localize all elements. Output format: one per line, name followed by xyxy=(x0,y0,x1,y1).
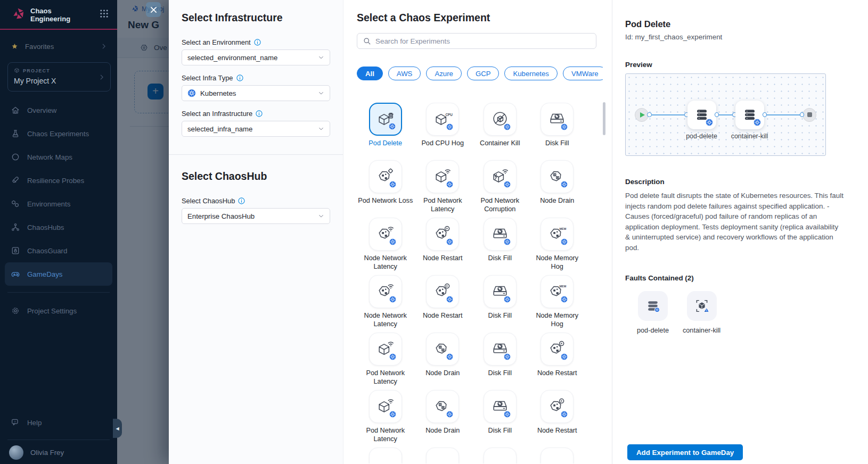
experiment-search[interactable] xyxy=(357,33,596,49)
experiment-card-disk-fill[interactable]: Disk Fill xyxy=(471,218,529,275)
sidebar-item-help[interactable]: ? Help xyxy=(0,411,117,434)
experiment-card-box[interactable] xyxy=(484,160,517,193)
experiment-card-node-drain[interactable]: Node Drain xyxy=(414,390,472,448)
experiment-card-box[interactable] xyxy=(541,390,574,423)
experiment-card-node-drain[interactable]: Node Drain xyxy=(529,160,586,218)
filter-pill-all[interactable]: All xyxy=(357,67,383,80)
scrollbar-thumb[interactable] xyxy=(603,102,605,135)
pipeline-node-container-kill[interactable]: container-kill xyxy=(735,101,764,129)
info-icon[interactable] xyxy=(238,197,245,204)
fault-item-container-kill[interactable]: container-kill xyxy=(683,291,720,334)
experiment-card-node-restart[interactable]: Node Restart xyxy=(529,333,586,390)
kubernetes-badge-icon xyxy=(389,180,396,187)
experiment-card-box[interactable]: CPU xyxy=(426,103,459,136)
experiment-card[interactable] xyxy=(414,448,472,463)
experiment-card-box[interactable] xyxy=(369,390,402,423)
experiment-card-pod-cpu-hog[interactable]: CPUPod CPU Hog xyxy=(414,103,472,160)
experiment-card-box[interactable] xyxy=(541,103,574,136)
experiment-card[interactable] xyxy=(529,448,586,463)
experiment-card-node-memory-hog[interactable]: MEMNode Memory Hog xyxy=(529,275,586,333)
experiment-card-pod-delete[interactable]: Pod Delete xyxy=(357,103,414,160)
experiment-card-box[interactable]: MEM xyxy=(541,275,574,308)
info-icon[interactable] xyxy=(256,110,263,117)
filter-pill-gcp[interactable]: GCP xyxy=(467,67,499,80)
grid-menu-icon[interactable] xyxy=(100,9,109,18)
pipeline-connector xyxy=(716,114,735,115)
experiment-card-box[interactable] xyxy=(484,333,517,366)
experiment-card-disk-fill[interactable]: Disk Fill xyxy=(471,390,529,448)
experiment-card-box[interactable] xyxy=(369,103,402,136)
filter-pill-vmware[interactable]: VMWare xyxy=(563,67,603,80)
experiment-card-disk-fill[interactable]: Disk Fill xyxy=(471,275,529,333)
experiment-card-node-network-latency[interactable]: Node Network Latency xyxy=(357,218,414,275)
experiment-card-pod-network-latency[interactable]: Pod Network Latency xyxy=(357,333,414,390)
experiment-card-box[interactable] xyxy=(369,333,402,366)
info-icon[interactable] xyxy=(236,74,243,81)
experiment-card-disk-fill[interactable]: Disk Fill xyxy=(471,333,529,390)
experiment-card-pod-network-corruption[interactable]: Pod Network Corruption xyxy=(471,160,529,218)
experiment-card-pod-network-latency[interactable]: Pod Network Latency xyxy=(414,160,472,218)
experiment-card-box[interactable] xyxy=(484,275,517,308)
experiment-card-node-restart[interactable]: Node Restart xyxy=(414,275,472,333)
experiment-card-node-restart[interactable]: Node Restart xyxy=(529,390,586,448)
chaoshub-select[interactable]: Enterprise ChaosHub xyxy=(182,208,330,224)
sidebar-item-environments[interactable]: Environments xyxy=(5,192,112,216)
infrastructure-select[interactable]: selected_infra_name xyxy=(182,121,330,137)
experiment-card-box[interactable] xyxy=(426,218,459,251)
experiment-card-container-kill[interactable]: Container Kill xyxy=(471,103,529,160)
user-menu[interactable]: Olivia Frey xyxy=(0,440,117,464)
experiment-card-box[interactable] xyxy=(484,390,517,423)
experiment-card-box[interactable] xyxy=(541,160,574,193)
experiment-card-node-network-latency[interactable]: Node Network Latency xyxy=(357,275,414,333)
experiment-card[interactable] xyxy=(471,448,529,463)
filter-pill-kubernetes[interactable]: Kubernetes xyxy=(504,67,557,80)
environment-select[interactable]: selected_environment_name xyxy=(182,49,330,65)
experiment-card-box[interactable] xyxy=(541,333,574,366)
sidebar-item-gamedays[interactable]: GameDays xyxy=(5,262,112,286)
experiment-card-box[interactable] xyxy=(484,218,517,251)
filter-pill-azure[interactable]: Azure xyxy=(426,67,461,80)
experiment-card-box[interactable] xyxy=(426,160,459,193)
experiment-card-box[interactable]: MEM xyxy=(541,218,574,251)
experiment-card-box[interactable] xyxy=(369,218,402,251)
sidebar-item-project-settings[interactable]: Project Settings xyxy=(5,299,112,322)
experiment-card-node-drain[interactable]: Node Drain xyxy=(414,333,472,390)
section-title: Select a Chaos Experiment xyxy=(357,12,612,24)
experiment-card-node-restart[interactable]: Node Restart xyxy=(414,218,472,275)
experiment-card-box[interactable] xyxy=(484,103,517,136)
sidebar-item-favorites[interactable]: Favorites xyxy=(0,39,117,53)
sidebar-item-chaos-experiments[interactable]: Chaos Experiments xyxy=(5,122,112,145)
experiment-card[interactable] xyxy=(357,448,414,463)
experiment-card-box[interactable] xyxy=(369,448,402,463)
experiment-card-disk-fill[interactable]: Disk Fill xyxy=(529,103,586,160)
sidebar-item-chaosguard[interactable]: ChaosGuard xyxy=(5,239,112,262)
experiment-card-box[interactable] xyxy=(369,275,402,308)
add-experiment-to-gameday-button[interactable]: Add Experiment to GameDay xyxy=(627,444,743,460)
experiment-card-box[interactable] xyxy=(369,160,402,193)
sidebar-item-overview[interactable]: Overview xyxy=(5,98,112,122)
experiment-card-box[interactable] xyxy=(426,275,459,308)
experiment-card-box[interactable] xyxy=(426,390,459,423)
experiment-card-node-memory-hog[interactable]: MEMNode Memory Hog xyxy=(529,218,586,275)
sidebar-collapse-handle[interactable]: ◀ xyxy=(113,419,122,438)
pipeline-node-pod-delete[interactable]: pod-delete xyxy=(687,101,716,129)
sidebar-item-chaoshubs[interactable]: ChaosHubs xyxy=(5,216,112,239)
close-icon[interactable] xyxy=(146,2,161,17)
experiment-card-box[interactable] xyxy=(426,448,459,463)
sidebar-item-network-maps[interactable]: Network Maps xyxy=(5,145,112,169)
experiment-card-label: Disk Fill xyxy=(545,139,569,148)
filter-pill-aws[interactable]: AWS xyxy=(388,67,421,80)
experiment-card-pod-network-loss[interactable]: Pod Network Loss xyxy=(357,160,414,218)
kubernetes-badge-icon xyxy=(561,353,568,360)
fault-item-pod-delete[interactable]: pod-delete xyxy=(637,291,669,334)
infra-type-select[interactable]: Kubernetes xyxy=(182,85,330,101)
sidebar-item-resilience-probes[interactable]: Resilience Probes xyxy=(5,169,112,192)
search-input[interactable] xyxy=(375,37,590,45)
info-icon[interactable] xyxy=(254,39,261,46)
experiment-card-box[interactable] xyxy=(426,333,459,366)
experiment-card-pod-network-latency[interactable]: Pod Network Latency xyxy=(357,390,414,448)
sidebar-header: Chaos Engineering xyxy=(0,0,117,23)
experiment-card-box[interactable] xyxy=(541,448,574,463)
experiment-card-box[interactable] xyxy=(484,448,517,463)
project-selector[interactable]: PROJECT My Project X xyxy=(7,62,111,92)
